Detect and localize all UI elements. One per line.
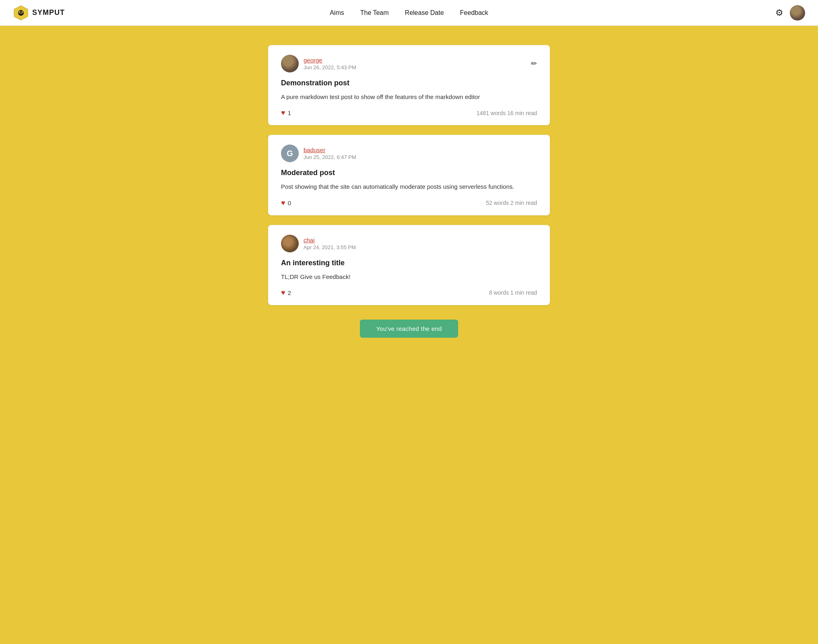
post-date: Jun 26, 2022, 5:43 PM	[304, 64, 356, 70]
svg-point-1	[18, 10, 24, 16]
like-area: ♥ 2	[281, 289, 291, 297]
post-author-area: G baduser Jun 25, 2022, 6:47 PM	[281, 144, 356, 162]
read-info: 52 words 2 min read	[486, 200, 537, 206]
main-content: george Jun 26, 2022, 5:43 PM ✏ Demonstra…	[0, 26, 818, 644]
logo-text: SYMPUT	[32, 8, 65, 17]
user-avatar[interactable]	[790, 5, 805, 21]
logo-icon	[13, 5, 29, 21]
like-count: 2	[288, 289, 291, 296]
post-date: Jun 25, 2022, 6:47 PM	[304, 154, 356, 160]
post-footer: ♥ 2 8 words 1 min read	[281, 289, 537, 297]
post-author-name[interactable]: baduser	[304, 147, 356, 153]
like-area: ♥ 0	[281, 199, 291, 207]
post-header: G baduser Jun 25, 2022, 6:47 PM	[281, 144, 537, 162]
heart-icon[interactable]: ♥	[281, 289, 285, 297]
like-count: 0	[288, 200, 291, 206]
post-title: Demonstration post	[281, 79, 537, 87]
logo[interactable]: SYMPUT	[13, 5, 65, 21]
like-count: 1	[288, 109, 291, 116]
post-footer: ♥ 0 52 words 2 min read	[281, 199, 537, 207]
read-info: 1481 words 16 min read	[477, 110, 537, 116]
post-author-name[interactable]: chai	[304, 237, 356, 244]
nav-aims[interactable]: Aims	[330, 9, 344, 17]
post-excerpt: TL;DR Give us Feedback!	[281, 272, 537, 281]
header-right: ⚙	[775, 5, 805, 21]
post-avatar: G	[281, 144, 299, 162]
post-footer: ♥ 1 1481 words 16 min read	[281, 109, 537, 117]
read-info: 8 words 1 min read	[489, 289, 537, 296]
main-nav: Aims The Team Release Date Feedback	[330, 9, 488, 17]
post-excerpt: A pure markdown test post to show off th…	[281, 92, 537, 101]
post-header: chai Apr 24, 2021, 3:55 PM	[281, 235, 537, 252]
settings-icon[interactable]: ⚙	[775, 8, 783, 18]
svg-point-2	[19, 11, 21, 12]
edit-icon[interactable]: ✏	[531, 59, 537, 68]
post-avatar	[281, 55, 299, 72]
end-reached-button[interactable]: You've reached the end	[360, 320, 458, 338]
nav-the-team[interactable]: The Team	[360, 9, 389, 17]
post-title: Moderated post	[281, 169, 537, 177]
post-card: george Jun 26, 2022, 5:43 PM ✏ Demonstra…	[268, 45, 550, 125]
heart-icon[interactable]: ♥	[281, 109, 285, 117]
post-author-area: chai Apr 24, 2021, 3:55 PM	[281, 235, 356, 252]
post-author-area: george Jun 26, 2022, 5:43 PM	[281, 55, 356, 72]
posts-list: george Jun 26, 2022, 5:43 PM ✏ Demonstra…	[268, 45, 550, 305]
post-author-name[interactable]: george	[304, 57, 356, 64]
post-card: G baduser Jun 25, 2022, 6:47 PM Moderate…	[268, 135, 550, 215]
avatar-image	[790, 5, 805, 21]
post-avatar	[281, 235, 299, 252]
svg-point-3	[22, 11, 23, 12]
post-meta: baduser Jun 25, 2022, 6:47 PM	[304, 147, 356, 160]
site-header: SYMPUT Aims The Team Release Date Feedba…	[0, 0, 818, 26]
end-button-container: You've reached the end	[360, 320, 458, 338]
nav-release-date[interactable]: Release Date	[405, 9, 444, 17]
post-meta: george Jun 26, 2022, 5:43 PM	[304, 57, 356, 70]
nav-feedback[interactable]: Feedback	[460, 9, 488, 17]
post-excerpt: Post showing that the site can automatic…	[281, 182, 537, 191]
post-card: chai Apr 24, 2021, 3:55 PM An interestin…	[268, 225, 550, 305]
post-title: An interesting title	[281, 259, 537, 267]
post-header: george Jun 26, 2022, 5:43 PM ✏	[281, 55, 537, 72]
heart-icon[interactable]: ♥	[281, 199, 285, 207]
post-meta: chai Apr 24, 2021, 3:55 PM	[304, 237, 356, 250]
post-date: Apr 24, 2021, 3:55 PM	[304, 244, 356, 250]
like-area: ♥ 1	[281, 109, 291, 117]
